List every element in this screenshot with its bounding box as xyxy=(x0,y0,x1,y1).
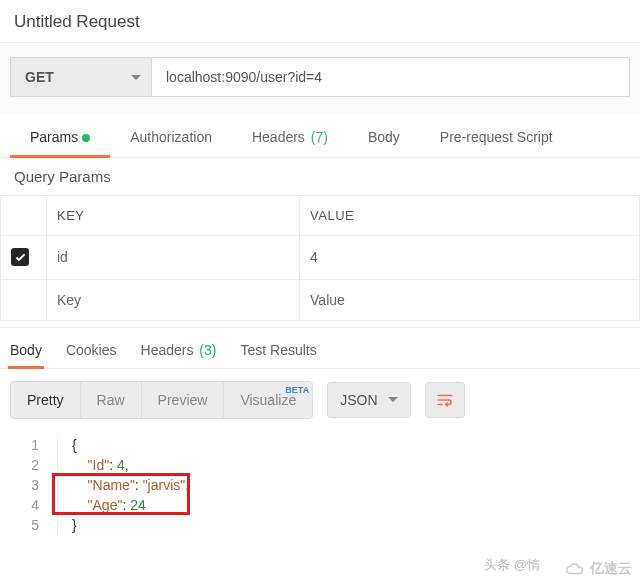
tab-prerequest[interactable]: Pre-request Script xyxy=(420,115,573,157)
tab-authorization[interactable]: Authorization xyxy=(110,115,232,157)
resp-tab-tests[interactable]: Test Results xyxy=(240,342,316,358)
response-controls: Pretty Raw Preview VisualizeBETA JSON xyxy=(0,368,640,431)
value-input[interactable]: Value xyxy=(300,279,640,320)
tab-body[interactable]: Body xyxy=(348,115,420,157)
key-header: KEY xyxy=(47,196,300,236)
view-raw[interactable]: Raw xyxy=(81,382,142,418)
view-preview[interactable]: Preview xyxy=(142,382,225,418)
key-cell[interactable]: id xyxy=(47,236,300,280)
query-params-heading: Query Params xyxy=(0,158,640,195)
wrap-icon xyxy=(436,391,454,409)
tab-headers[interactable]: Headers (7) xyxy=(232,115,348,157)
request-tabs: Params Authorization Headers (7) Body Pr… xyxy=(0,115,640,158)
resp-tab-body[interactable]: Body xyxy=(10,342,42,358)
url-input[interactable]: localhost:9090/user?id=4 xyxy=(152,57,630,97)
url-text: localhost:9090/user?id=4 xyxy=(166,69,322,85)
resp-tab-headers[interactable]: Headers (3) xyxy=(141,342,217,358)
table-row-new: Key Value xyxy=(1,279,640,320)
format-label: JSON xyxy=(340,392,377,408)
row-checkbox[interactable] xyxy=(11,248,29,266)
beta-badge: BETA xyxy=(285,385,309,395)
table-row: id 4 xyxy=(1,236,640,280)
key-input[interactable]: Key xyxy=(47,279,300,320)
chevron-down-icon xyxy=(388,397,398,402)
value-header: VALUE xyxy=(300,196,640,236)
view-mode-group: Pretty Raw Preview VisualizeBETA xyxy=(10,381,313,419)
tab-params[interactable]: Params xyxy=(10,115,110,157)
watermark-2: 亿速云 xyxy=(564,560,632,578)
check-icon xyxy=(14,251,27,264)
response-tabs: Body Cookies Headers (3) Test Results xyxy=(0,327,640,368)
method-label: GET xyxy=(25,69,54,85)
cloud-icon xyxy=(564,561,586,577)
view-visualize[interactable]: VisualizeBETA xyxy=(224,382,312,418)
chevron-down-icon xyxy=(131,75,141,80)
line-gutter: 12345 xyxy=(10,435,58,535)
watermark-1: 头条 @惰 xyxy=(484,556,540,574)
resp-tab-cookies[interactable]: Cookies xyxy=(66,342,117,358)
http-method-select[interactable]: GET xyxy=(10,57,152,97)
request-row: GET localhost:9090/user?id=4 xyxy=(0,43,640,115)
query-params-table: KEY VALUE id 4 Key Value xyxy=(0,195,640,321)
format-select[interactable]: JSON xyxy=(327,382,410,418)
checkbox-header xyxy=(1,196,47,236)
active-dot-icon xyxy=(82,134,90,142)
wrap-lines-button[interactable] xyxy=(425,382,465,418)
request-title: Untitled Request xyxy=(0,0,640,43)
view-pretty[interactable]: Pretty xyxy=(11,382,81,418)
json-source[interactable]: { "Id": 4, "Name": "jarvis", "Age": 24 } xyxy=(58,435,189,535)
response-body: 12345 { "Id": 4, "Name": "jarvis", "Age"… xyxy=(0,431,640,535)
value-cell[interactable]: 4 xyxy=(300,236,640,280)
